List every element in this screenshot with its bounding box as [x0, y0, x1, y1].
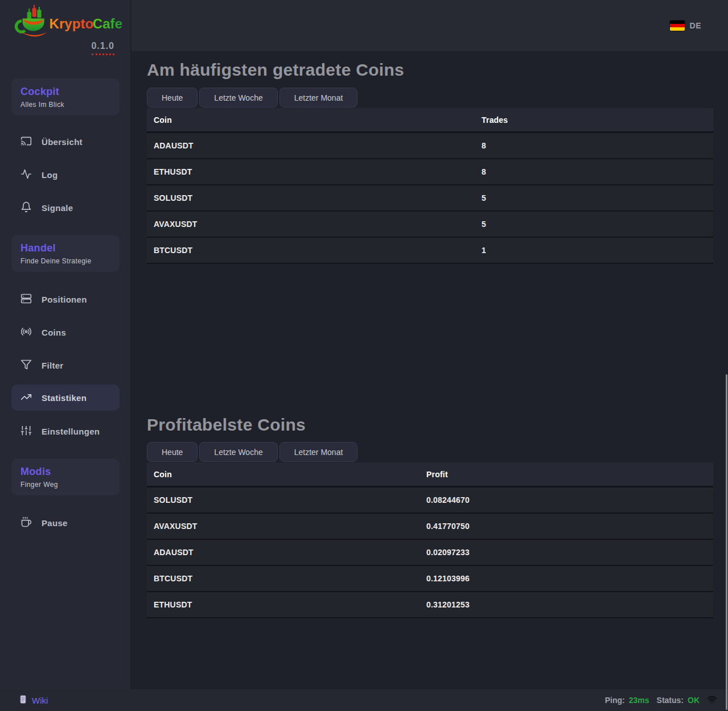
- coin-cell: BTCUSDT: [154, 246, 192, 255]
- scroll-icon: [19, 695, 27, 706]
- profit-cell: 0.12103996: [426, 574, 470, 583]
- app-version: 0.1.0: [91, 41, 114, 55]
- tab-heute[interactable]: Heute: [147, 88, 198, 108]
- sidebar-item-label: Filter: [42, 361, 63, 370]
- sidebar-item-label: Coins: [42, 328, 66, 337]
- ping-label: Ping:: [605, 696, 625, 705]
- coin-cell: SOLUSDT: [154, 495, 192, 505]
- most-traded-table: Coin Trades ADAUSDT 8 ETHUSDT 8 SOLUSDT …: [147, 108, 713, 264]
- section-subtitle: Finger Weg: [20, 481, 110, 489]
- server-icon: [20, 293, 32, 306]
- most-traded-tabs: Heute Letzte Woche Letzter Monat: [147, 88, 357, 108]
- coin-cell: ETHUSDT: [154, 167, 192, 176]
- trades-cell: 8: [482, 141, 486, 150]
- section-subtitle: Alles Im Blick: [20, 101, 110, 109]
- table-row: ADAUSDT 0.02097233: [147, 540, 713, 566]
- sidebar-item-log[interactable]: Log: [11, 162, 120, 188]
- table-row: ADAUSDT 8: [147, 133, 713, 159]
- column-header-coin: Coin: [154, 115, 172, 125]
- sidebar-item-statistiken[interactable]: Statistiken: [11, 385, 120, 411]
- sidebar-item-label: Pause: [42, 518, 68, 528]
- profitable-tabs: Heute Letzte Woche Letzter Monat: [147, 442, 357, 462]
- tab-letzte-woche[interactable]: Letzte Woche: [199, 88, 277, 108]
- status-label: Status:: [657, 696, 684, 705]
- wifi-icon: [704, 695, 718, 706]
- table-row: ETHUSDT 8: [147, 159, 713, 185]
- trades-cell: 1: [482, 246, 486, 255]
- table-row: AVAXUSDT 0.41770750: [147, 514, 713, 540]
- profitable-title: Profitabelste Coins: [147, 415, 306, 435]
- sidebar-item-coins[interactable]: Coins: [11, 319, 120, 345]
- tab-letzter-monat[interactable]: Letzter Monat: [279, 442, 358, 462]
- coin-cell: ADAUSDT: [154, 141, 194, 150]
- table-row: SOLUSDT 5: [147, 185, 713, 212]
- section-title: Handel: [20, 242, 110, 254]
- trending-up-icon: [20, 391, 32, 404]
- sidebar-item-einstellungen[interactable]: Einstellungen: [11, 418, 120, 444]
- vertical-scrollbar[interactable]: [726, 374, 727, 710]
- tab-heute[interactable]: Heute: [147, 442, 198, 462]
- coin-cell: ETHUSDT: [154, 600, 192, 609]
- profitable-table: Coin Profit SOLUSDT 0.08244670 AVAXUSDT …: [147, 462, 713, 618]
- wiki-link[interactable]: Wiki: [19, 695, 48, 706]
- language-selector[interactable]: DE: [670, 20, 701, 31]
- section-subtitle: Finde Deine Strategie: [20, 257, 110, 265]
- status-bar: Wiki Ping: 23ms Status: OK: [0, 689, 728, 711]
- column-header-coin: Coin: [154, 470, 172, 479]
- cast-icon: [20, 135, 32, 148]
- wiki-label: Wiki: [32, 696, 48, 705]
- german-flag-icon: [670, 20, 685, 31]
- trades-cell: 8: [482, 167, 486, 176]
- coin-cell: AVAXUSDT: [154, 522, 198, 531]
- version-underline: [92, 53, 114, 55]
- table-row: ETHUSDT 0.31201253: [147, 592, 713, 618]
- top-header: DE: [131, 0, 728, 51]
- table-row: SOLUSDT 0.08244670: [147, 487, 713, 514]
- tab-letzter-monat[interactable]: Letzter Monat: [279, 88, 358, 108]
- ping-value: 23ms: [629, 696, 649, 705]
- coin-cell: ADAUSDT: [154, 548, 194, 557]
- table-row: BTCUSDT 1: [147, 238, 713, 264]
- sidebar-item-pause[interactable]: Pause: [11, 510, 120, 536]
- table-header: Coin Trades: [147, 108, 713, 133]
- table-row: AVAXUSDT 5: [147, 212, 713, 238]
- sidebar-item-label: Übersicht: [42, 137, 83, 147]
- krypto-cafe-window: Krypto Cafe 0.1.0 Cockpit Alles Im Blick…: [0, 0, 728, 711]
- bell-icon: [20, 201, 32, 214]
- trades-cell: 5: [482, 220, 486, 229]
- profit-cell: 0.31201253: [426, 600, 470, 609]
- sidebar-item-filter[interactable]: Filter: [11, 352, 120, 378]
- sidebar-item-signale[interactable]: Signale: [11, 195, 120, 221]
- brand-text-krypto: Krypto: [49, 16, 93, 31]
- krypto-cafe-logo-icon: Krypto Cafe: [13, 3, 122, 39]
- trades-cell: 5: [482, 193, 486, 202]
- section-handel: Handel Finde Deine Strategie: [11, 235, 120, 272]
- connection-status: Ping: 23ms Status: OK: [605, 695, 718, 706]
- coin-cell: AVAXUSDT: [154, 220, 198, 229]
- filter-icon: [20, 359, 32, 372]
- profit-cell: 0.41770750: [426, 522, 470, 531]
- sidebar-item-uebersicht[interactable]: Übersicht: [11, 129, 120, 155]
- version-number: 0.1.0: [91, 41, 114, 51]
- profit-cell: 0.02097233: [426, 548, 470, 557]
- column-header-trades: Trades: [482, 115, 508, 125]
- sidebar: Krypto Cafe 0.1.0 Cockpit Alles Im Blick…: [0, 0, 131, 689]
- sidebar-item-label: Statistiken: [42, 393, 87, 403]
- section-title: Cockpit: [20, 86, 110, 98]
- status-value: OK: [688, 696, 700, 705]
- profit-cell: 0.08244670: [426, 495, 470, 505]
- activity-icon: [20, 168, 32, 181]
- section-cockpit: Cockpit Alles Im Blick: [11, 78, 120, 115]
- coin-cell: BTCUSDT: [154, 574, 192, 583]
- column-header-profit: Profit: [426, 470, 448, 479]
- section-title: Modis: [20, 466, 110, 478]
- sidebar-item-label: Positionen: [42, 295, 87, 304]
- most-traded-title: Am häufigsten getradete Coins: [147, 60, 404, 80]
- radio-icon: [20, 326, 32, 339]
- table-row: BTCUSDT 0.12103996: [147, 566, 713, 592]
- brand-text-cafe: Cafe: [93, 16, 122, 31]
- sidebar-item-label: Einstellungen: [42, 427, 100, 436]
- sliders-icon: [20, 425, 32, 438]
- tab-letzte-woche[interactable]: Letzte Woche: [199, 442, 277, 462]
- sidebar-item-positionen[interactable]: Positionen: [11, 286, 120, 312]
